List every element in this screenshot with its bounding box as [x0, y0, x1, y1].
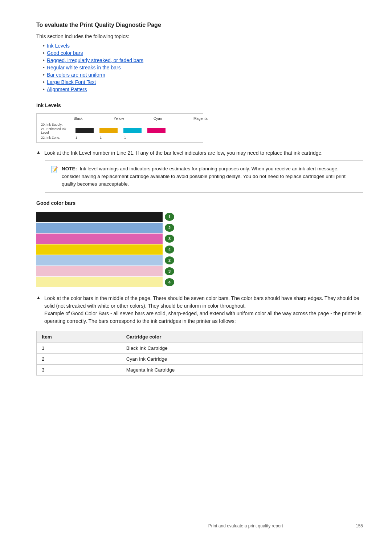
ink-levels-section: Ink Levels Black Yellow Cyan Magenta 20.…: [36, 102, 363, 193]
ink-levels-header: Black Yellow Cyan Magenta: [41, 117, 199, 121]
header-black: Black: [74, 117, 92, 121]
header-yellow: Yellow: [114, 117, 132, 121]
bar-row-3: 3: [36, 234, 174, 244]
toc-item-alignment[interactable]: Alignment Patters: [43, 86, 363, 92]
row3-item: 3: [37, 364, 121, 375]
bar-blue: [36, 223, 163, 233]
toc-link-large-black[interactable]: Large Black Font Text: [47, 79, 96, 85]
bar-row-6: 3: [36, 266, 174, 276]
toc-link-not-uniform[interactable]: Bar colors are not uniform: [47, 72, 105, 78]
header-cyan: Cyan: [154, 117, 172, 121]
bar-row-1: 1: [36, 212, 174, 222]
toc-link-good-color-bars[interactable]: Good color bars: [47, 50, 83, 56]
toc-item-large-black[interactable]: Large Black Font Text: [43, 79, 363, 85]
ink-supply-label: 20. Ink Supply:: [41, 123, 72, 126]
ink-levels-bullet-text: Look at the Ink Level number in Line 21.…: [44, 149, 363, 157]
toc-link-ragged[interactable]: Ragged, irregularly streaked, or faded b…: [47, 57, 143, 63]
toc-item-ragged[interactable]: Ragged, irregularly streaked, or faded b…: [43, 57, 363, 63]
bar-number-6: 3: [165, 267, 174, 275]
footer-text: Print and evaluate a print quality repor…: [208, 523, 283, 528]
intro-text: This section includes the following topi…: [36, 33, 363, 39]
black-bar: [75, 128, 94, 133]
ink-level-label: 21. Estimated Ink Level: [41, 127, 72, 134]
page-title: To evaluate the Print Quality Diagnostic…: [36, 22, 363, 28]
bar-row-2: 2: [36, 223, 174, 233]
ink-zone-vals: 1 1 1: [75, 136, 126, 139]
toc-list: Ink Levels Good color bars Ragged, irreg…: [36, 43, 363, 92]
note-label: NOTE:: [62, 166, 77, 171]
triangle-icon-2: ▲: [36, 295, 41, 300]
zone-val-1: 1: [75, 136, 77, 139]
note-text: NOTE: Ink level warnings and indicators …: [62, 165, 357, 188]
col-header-item: Item: [37, 331, 121, 343]
table-row: 3 Magenta Ink Cartridge: [37, 364, 363, 375]
ink-levels-bullet: ▲ Look at the Ink Level number in Line 2…: [36, 149, 363, 157]
toc-item-ink-levels[interactable]: Ink Levels: [43, 43, 363, 49]
good-color-bars-title: Good color bars: [36, 200, 363, 206]
ink-level-row: 21. Estimated Ink Level: [41, 127, 199, 134]
color-bars-bullet: ▲ Look at the color bars in the middle o…: [36, 295, 363, 325]
toc-item-white-streaks[interactable]: Regular white streaks in the bars: [43, 65, 363, 70]
table-row: 2 Cyan Ink Cartridge: [37, 353, 363, 364]
color-bars-diagram: 1 2 3 4 2 3 4: [36, 212, 174, 287]
toc-link-white-streaks[interactable]: Regular white streaks in the bars: [47, 65, 121, 70]
ink-levels-title: Ink Levels: [36, 102, 363, 108]
magenta-bar: [147, 128, 166, 133]
row2-item: 2: [37, 353, 121, 364]
color-bars-bullet-text: Look at the color bars in the middle of …: [44, 295, 363, 325]
bar-number-3: 3: [165, 235, 174, 243]
cyan-bar: [123, 128, 142, 133]
bar-row-5: 2: [36, 255, 174, 266]
ink-supply-row: 20. Ink Supply:: [41, 123, 199, 126]
bar-black: [36, 212, 163, 222]
toc-item-not-uniform[interactable]: Bar colors are not uniform: [43, 72, 363, 78]
ink-zone-row: 22. Ink Zone: 1 1 1: [41, 136, 199, 139]
row1-cartridge: Black Ink Cartridge: [121, 343, 363, 353]
bar-row-4: 4: [36, 244, 174, 255]
row2-cartridge: Cyan Ink Cartridge: [121, 353, 363, 364]
note-body: Ink level warnings and indicators provid…: [62, 166, 346, 187]
bar-number-2: 2: [165, 224, 174, 232]
yellow-bar: [99, 128, 118, 133]
note-icon: 📝: [51, 166, 58, 173]
bar-number-4: 4: [165, 246, 174, 254]
col-header-cartridge: Cartridge color: [121, 331, 363, 343]
bar-yellow: [36, 244, 163, 255]
toc-link-alignment[interactable]: Alignment Patters: [47, 86, 87, 92]
toc-item-good-color-bars[interactable]: Good color bars: [43, 50, 363, 56]
good-color-bars-section: Good color bars 1 2 3 4 2 3 4: [36, 200, 363, 376]
bar-row-7: 4: [36, 277, 174, 287]
triangle-icon: ▲: [36, 150, 41, 155]
ink-zone-label: 22. Ink Zone:: [41, 136, 72, 139]
ink-levels-diagram: Black Yellow Cyan Magenta 20. Ink Supply…: [36, 113, 203, 143]
page-number: 155: [356, 523, 363, 528]
bar-lightyellow: [36, 277, 163, 287]
row1-item: 1: [37, 343, 121, 353]
zone-val-2: 1: [100, 136, 102, 139]
table-row: 1 Black Ink Cartridge: [37, 343, 363, 353]
row3-cartridge: Magenta Ink Cartridge: [121, 364, 363, 375]
bar-number-5: 2: [165, 256, 174, 264]
table-header-row: Item Cartridge color: [37, 331, 363, 343]
header-magenta: Magenta: [193, 117, 212, 121]
bar-lightblue: [36, 255, 163, 266]
bar-number-7: 4: [165, 278, 174, 286]
zone-val-3: 1: [124, 136, 126, 139]
toc-link-ink-levels[interactable]: Ink Levels: [47, 43, 70, 49]
bar-magenta: [36, 234, 163, 244]
bar-lightpink: [36, 266, 163, 276]
note-box: 📝 NOTE: Ink level warnings and indicator…: [45, 161, 363, 193]
ink-bars: [75, 128, 166, 133]
bar-number-1: 1: [165, 213, 174, 221]
page-footer: Print and evaluate a print quality repor…: [0, 523, 392, 528]
cartridge-table: Item Cartridge color 1 Black Ink Cartrid…: [36, 331, 363, 376]
